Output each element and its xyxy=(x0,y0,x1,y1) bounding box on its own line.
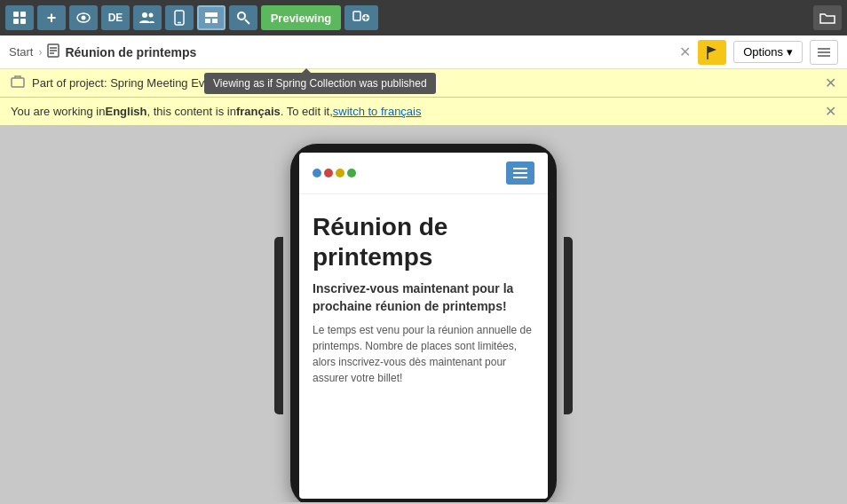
page-title: Réunion de printemps xyxy=(65,45,196,59)
svg-line-14 xyxy=(245,20,249,24)
language-content: français xyxy=(236,105,281,118)
svg-point-13 xyxy=(238,12,245,20)
eye-button[interactable] xyxy=(69,5,98,30)
phone-left-bar xyxy=(274,237,283,414)
users-button[interactable] xyxy=(133,5,162,30)
breadcrumb-arrow: › xyxy=(38,46,42,59)
language-banner-close[interactable]: ✕ xyxy=(825,103,836,120)
svg-rect-27 xyxy=(12,78,24,87)
switch-language-link[interactable]: switch to français xyxy=(333,105,422,118)
svg-point-6 xyxy=(142,12,147,18)
language-current: English xyxy=(105,105,146,118)
logo-dot-blue xyxy=(313,169,321,177)
mobile-button[interactable] xyxy=(165,5,194,30)
site-subtitle: Inscrivez-vous maintenant pour la procha… xyxy=(313,280,534,315)
language-banner-text-mid: , this content is in xyxy=(146,105,235,118)
titlebar: Start › Réunion de printemps ✕ Options ▾ xyxy=(0,35,847,69)
layout-button[interactable] xyxy=(197,5,226,30)
main-toolbar: + DE Previewing xyxy=(0,0,847,35)
svg-point-5 xyxy=(82,16,86,20)
site-header xyxy=(299,153,548,194)
svg-rect-0 xyxy=(13,12,19,17)
language-de-button[interactable]: DE xyxy=(101,5,130,30)
close-button[interactable]: ✕ xyxy=(679,43,691,60)
logo-dot-red xyxy=(324,169,333,177)
menu-line-2 xyxy=(513,172,527,174)
logo-dot-green xyxy=(347,169,356,177)
preview-tooltip: Viewing as if Spring Collection was publ… xyxy=(204,73,436,94)
list-view-button[interactable] xyxy=(810,40,838,65)
logo-dot-yellow xyxy=(336,169,344,177)
breadcrumb-start[interactable]: Start xyxy=(9,45,33,59)
site-content: Réunion de printemps Inscrivez-vous main… xyxy=(299,194,548,404)
grid-button[interactable] xyxy=(5,5,34,30)
language-banner-text-post: . To edit it, xyxy=(281,105,333,118)
project-banner-icon xyxy=(11,75,25,91)
hamburger-menu-button[interactable] xyxy=(506,161,534,185)
options-arrow-icon: ▾ xyxy=(787,45,793,59)
add-button[interactable]: + xyxy=(37,5,66,30)
add-page-button[interactable] xyxy=(344,5,378,30)
previewing-button[interactable]: Previewing xyxy=(261,5,341,30)
svg-rect-10 xyxy=(205,12,218,17)
phone-right-bar xyxy=(564,237,573,414)
main-content-area: Réunion de printemps Inscrivez-vous main… xyxy=(0,126,847,502)
options-label: Options xyxy=(743,45,783,59)
flag-button[interactable] xyxy=(698,40,726,65)
logo xyxy=(313,169,356,177)
svg-rect-15 xyxy=(353,12,360,20)
menu-line-1 xyxy=(513,168,527,169)
svg-rect-12 xyxy=(212,19,218,23)
site-main-title: Réunion de printemps xyxy=(313,212,534,272)
svg-point-7 xyxy=(149,13,154,18)
svg-rect-2 xyxy=(13,19,19,24)
folder-button[interactable] xyxy=(813,5,842,30)
phone-preview: Réunion de printemps Inscrivez-vous main… xyxy=(290,144,557,502)
options-button[interactable]: Options ▾ xyxy=(733,41,803,63)
site-body-text: Le temps est venu pour la réunion annuel… xyxy=(313,322,534,386)
project-banner-close[interactable]: ✕ xyxy=(825,75,836,91)
svg-rect-11 xyxy=(205,19,210,23)
page-icon xyxy=(47,43,59,60)
search-button[interactable] xyxy=(229,5,257,30)
svg-rect-3 xyxy=(20,19,26,24)
svg-rect-1 xyxy=(20,12,26,17)
menu-line-3 xyxy=(513,177,527,178)
phone-screen: Réunion de printemps Inscrivez-vous main… xyxy=(299,153,548,499)
language-banner: You are working in English , this conten… xyxy=(0,98,847,126)
language-banner-text-pre: You are working in xyxy=(11,105,105,118)
project-banner-text: Part of project: Spring Meeting Event xyxy=(32,76,220,90)
